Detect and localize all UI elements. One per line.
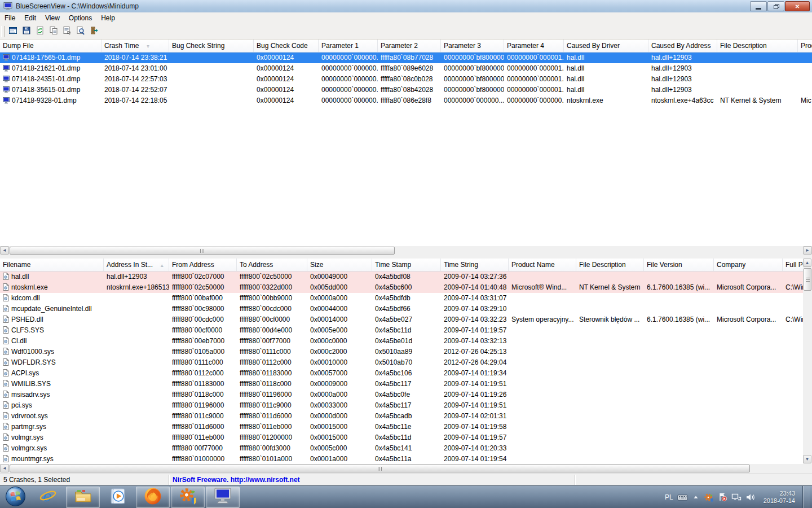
clock[interactable]: 23:43 2018-07-14 bbox=[764, 490, 795, 505]
driver-column-full-pa[interactable]: Full Pa bbox=[783, 259, 803, 271]
close-button[interactable]: ✕ bbox=[785, 1, 810, 11]
advanced-run-button[interactable] bbox=[6, 25, 20, 38]
taskbar-firefox-button[interactable] bbox=[136, 487, 170, 508]
driver-file-icon bbox=[3, 316, 9, 325]
lower-vscroll-thumb[interactable] bbox=[804, 268, 811, 291]
driver-row[interactable]: partmgr.sysfffff880`011d6000fffff880`011… bbox=[0, 422, 803, 432]
lower-horizontal-scrollbar[interactable]: ◄ bbox=[0, 464, 803, 473]
driver-row[interactable]: hal.dllhal.dll+12903fffff800`02c07000fff… bbox=[0, 271, 803, 282]
driver-row[interactable]: ntoskrnl.exentoskrnl.exe+186513fffff800`… bbox=[0, 282, 803, 293]
driver-column-address-in-st[interactable]: Address In St...▵ bbox=[104, 259, 169, 271]
menu-options[interactable]: Options bbox=[64, 13, 96, 23]
language-indicator[interactable]: PL bbox=[665, 493, 673, 501]
driver-column-size[interactable]: Size bbox=[307, 259, 372, 271]
driver-row[interactable]: WDFLDR.SYSfffff880`0111c000fffff880`0112… bbox=[0, 357, 803, 368]
menu-file[interactable]: File bbox=[0, 13, 20, 23]
driver-row[interactable]: mcupdate_GenuineIntel.dllfffff880`00c980… bbox=[0, 304, 803, 314]
dump-column-caused-by-driver[interactable]: Caused By Driver bbox=[564, 40, 648, 52]
driver-column-to-address[interactable]: To Address bbox=[237, 259, 307, 271]
driver-row[interactable]: PSHED.dllfffff880`00cdc000fffff880`00cf0… bbox=[0, 314, 803, 325]
driver-column-filename[interactable]: Filename bbox=[0, 259, 104, 271]
driver-column-file-description[interactable]: File Description bbox=[576, 259, 644, 271]
dump-column-crash-time[interactable]: Crash Time▿ bbox=[102, 40, 169, 52]
nirsoft-link[interactable]: NirSoft Freeware. http://www.nirsoft.net bbox=[169, 475, 575, 485]
driver-row[interactable]: CLFS.SYSfffff880`00cf0000fffff880`00d4e0… bbox=[0, 325, 803, 336]
dump-column-parameter-3[interactable]: Parameter 3 bbox=[441, 40, 504, 52]
driver-row[interactable]: kdcom.dllfffff800`00baf000fffff800`00bb9… bbox=[0, 293, 803, 304]
taskbar-settings-app-button[interactable] bbox=[171, 487, 205, 508]
lower-hscroll-thumb[interactable] bbox=[10, 465, 750, 472]
keyboard-icon[interactable] bbox=[677, 493, 688, 502]
tray-gear-icon[interactable] bbox=[704, 492, 714, 502]
windows-explorer-icon bbox=[74, 488, 92, 506]
toolbar-grip bbox=[1, 26, 5, 37]
tray-icons bbox=[677, 492, 755, 502]
dump-row[interactable]: 071418-9328-01.dmp2018-07-14 22:18:050x0… bbox=[0, 95, 812, 106]
show-hidden-icon[interactable] bbox=[692, 493, 700, 501]
show-desktop-button[interactable] bbox=[802, 486, 810, 508]
network-icon[interactable] bbox=[731, 493, 742, 502]
driver-row[interactable]: WMILIB.SYSfffff880`01183000fffff880`0118… bbox=[0, 379, 803, 389]
driver-column-product-name[interactable]: Product Name bbox=[509, 259, 576, 271]
dump-column-dump-file[interactable]: Dump File bbox=[0, 40, 102, 52]
exit-button[interactable] bbox=[87, 25, 101, 38]
dump-column-caused-by-address[interactable]: Caused By Address bbox=[648, 40, 717, 52]
menu-view[interactable]: View bbox=[41, 13, 64, 23]
scroll-up-icon[interactable]: ▲ bbox=[803, 259, 811, 267]
menu-edit[interactable]: Edit bbox=[20, 13, 41, 23]
scroll-right-icon[interactable]: ► bbox=[803, 246, 812, 255]
find-button[interactable] bbox=[74, 25, 87, 38]
driver-row[interactable]: mountmgr.sysfffff880`01000000fffff880`01… bbox=[0, 454, 803, 464]
driver-row[interactable]: vdrvroot.sysfffff880`011c9000fffff880`01… bbox=[0, 411, 803, 422]
driver-row[interactable]: ACPI.sysfffff880`0112c000fffff880`011830… bbox=[0, 368, 803, 379]
dump-column-bug-check-code[interactable]: Bug Check Code bbox=[254, 40, 319, 52]
scroll-down-icon[interactable]: ▼ bbox=[803, 455, 811, 463]
properties-button[interactable] bbox=[60, 25, 74, 38]
upper-horizontal-scrollbar[interactable]: ◄ ► bbox=[0, 246, 812, 255]
save-button[interactable] bbox=[20, 25, 33, 38]
menu-help[interactable]: Help bbox=[96, 13, 120, 23]
upper-hscroll-thumb[interactable] bbox=[10, 247, 395, 255]
dump-file-icon bbox=[3, 75, 10, 85]
driver-row[interactable]: msisadrv.sysfffff880`0118c000fffff880`01… bbox=[0, 389, 803, 400]
copy-button[interactable] bbox=[47, 25, 60, 38]
driver-row[interactable]: Wdf01000.sysfffff880`0105a000fffff880`01… bbox=[0, 347, 803, 357]
volume-icon[interactable] bbox=[745, 493, 755, 502]
dump-column-parameter-1[interactable]: Parameter 1 bbox=[319, 40, 378, 52]
dump-column-bug-check-string[interactable]: Bug Check String bbox=[169, 40, 254, 52]
dump-column-prod[interactable]: Prod bbox=[798, 40, 812, 52]
driver-column-from-address[interactable]: From Address bbox=[169, 259, 237, 271]
dump-column-file-description[interactable]: File Description bbox=[717, 40, 798, 52]
restore-button[interactable] bbox=[767, 1, 784, 11]
taskbar-bluescreenview-button[interactable] bbox=[206, 487, 240, 508]
scroll-left-icon[interactable]: ◄ bbox=[0, 464, 9, 472]
driver-row[interactable]: volmgr.sysfffff880`011eb000fffff880`0120… bbox=[0, 432, 803, 443]
taskbar-media-player-button[interactable] bbox=[101, 487, 135, 508]
dump-row[interactable]: 071418-17565-01.dmp2018-07-14 23:38:210x… bbox=[0, 52, 812, 63]
start-button[interactable] bbox=[1, 487, 30, 508]
dump-row[interactable]: 071418-35615-01.dmp2018-07-14 22:52:070x… bbox=[0, 85, 812, 95]
driver-row[interactable]: CI.dllfffff880`00eb7000fffff880`00f77000… bbox=[0, 336, 803, 347]
driver-column-company[interactable]: Company bbox=[714, 259, 783, 271]
driver-row[interactable]: pci.sysfffff880`01196000fffff880`011c900… bbox=[0, 400, 803, 411]
close-icon: ✕ bbox=[795, 3, 800, 10]
dump-row[interactable]: 071418-24351-01.dmp2018-07-14 22:57:030x… bbox=[0, 74, 812, 85]
lower-vertical-scrollbar[interactable]: ▲ ▼ bbox=[803, 259, 812, 464]
window-title: BlueScreenView - C:\Windows\Minidump bbox=[16, 2, 139, 10]
driver-file-icon bbox=[3, 380, 9, 389]
driver-column-file-version[interactable]: File Version bbox=[644, 259, 714, 271]
dump-column-parameter-2[interactable]: Parameter 2 bbox=[378, 40, 441, 52]
action-center-icon[interactable] bbox=[718, 492, 727, 502]
taskbar-internet-explorer-button[interactable]: e bbox=[31, 487, 65, 508]
dump-row[interactable]: 071418-21621-01.dmp2018-07-14 23:01:000x… bbox=[0, 63, 812, 74]
dump-column-parameter-4[interactable]: Parameter 4 bbox=[504, 40, 564, 52]
scroll-left-icon[interactable]: ◄ bbox=[0, 246, 9, 255]
driver-row[interactable]: volmgrx.sysfffff880`00f77000fffff880`00f… bbox=[0, 443, 803, 454]
taskbar-windows-explorer-button[interactable] bbox=[66, 487, 100, 508]
driver-file-icon bbox=[3, 358, 9, 368]
driver-column-time-stamp[interactable]: Time Stamp bbox=[372, 259, 441, 271]
driver-column-time-string[interactable]: Time String bbox=[441, 259, 509, 271]
dump-table: 071418-17565-01.dmp2018-07-14 23:38:210x… bbox=[0, 52, 812, 246]
refresh-button[interactable] bbox=[33, 25, 47, 38]
minimize-button[interactable] bbox=[750, 1, 767, 11]
